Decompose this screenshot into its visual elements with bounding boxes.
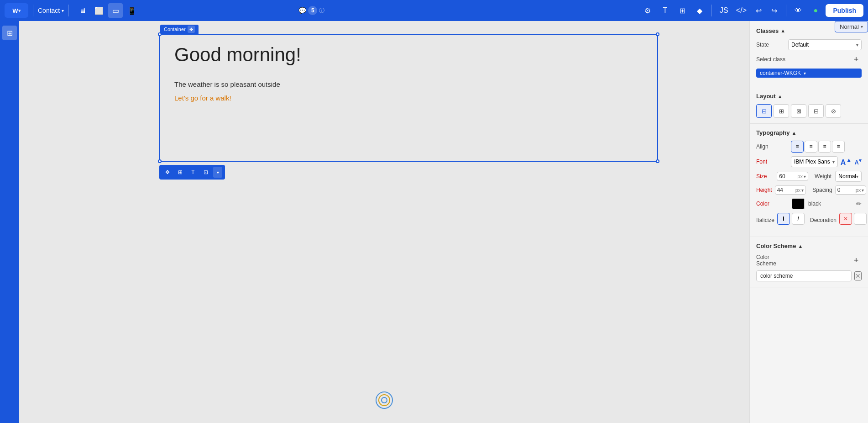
layout-flex-col-btn[interactable]: ⊟ xyxy=(808,104,824,118)
typography-header: Typography ▲ xyxy=(756,129,862,136)
class-tag[interactable]: container-WKGK ▾ xyxy=(756,69,862,78)
font-decrease-btn[interactable]: A▾ xyxy=(855,158,862,166)
font-select[interactable]: IBM Plex Sans ▾ xyxy=(791,156,838,167)
publish-button[interactable]: Publish xyxy=(826,4,863,17)
normal-label: Normal xyxy=(840,23,859,30)
typography-toggle[interactable]: ▲ xyxy=(791,130,796,136)
state-label: State xyxy=(756,42,788,48)
layout-grid-btn[interactable]: ⊠ xyxy=(791,104,806,118)
color-label: Color xyxy=(756,201,788,207)
deco-line-through-btn[interactable]: — xyxy=(854,213,867,225)
deco-none-btn[interactable]: ✕ xyxy=(839,213,852,225)
page-selector[interactable]: Contact ▾ xyxy=(38,7,64,14)
remove-color-scheme-button[interactable]: ✕ xyxy=(854,271,862,280)
js-label: JS xyxy=(720,6,728,15)
canvas-area[interactable]: Container ✥ Good morning! The weather is… xyxy=(19,21,749,423)
eyedropper-button[interactable]: ✏ xyxy=(856,200,862,207)
font-label: Font xyxy=(756,159,788,165)
handle-top-left[interactable] xyxy=(158,32,162,36)
decoration-buttons: ✕ — U̲ Ō xyxy=(839,213,868,225)
preview-icon[interactable]: 👁 xyxy=(791,3,805,18)
chat-badge[interactable]: 💬 5 ⓘ xyxy=(298,6,324,15)
italic-deco-row: Italicize I I Decoration ✕ — U̲ Ō xyxy=(756,213,862,227)
badge-info-icon: ⓘ xyxy=(319,7,324,15)
brand-logo[interactable]: W ▾ xyxy=(5,3,28,18)
class-tag-chevron: ▾ xyxy=(804,71,806,76)
color-picker-icon[interactable]: ◆ xyxy=(692,3,707,18)
element-more-btn[interactable]: ▾ xyxy=(213,167,222,178)
color-swatch[interactable] xyxy=(792,198,805,209)
color-scheme-value-row: color scheme ✕ xyxy=(756,270,862,281)
align-justify-btn[interactable]: ≡ xyxy=(832,141,845,153)
desktop-icon[interactable]: 🖥 xyxy=(75,3,90,18)
height-input[interactable] xyxy=(777,187,795,193)
handle-bottom-right[interactable] xyxy=(656,159,659,163)
spacing-input-group: px ▾ xyxy=(835,185,867,195)
color-scheme-section: Color Scheme ▲ Color Scheme + color sche… xyxy=(750,237,868,287)
element-component-btn[interactable]: ⊡ xyxy=(200,167,211,178)
font-size-controls: A▲ A▾ xyxy=(841,157,862,167)
layers-icon[interactable]: ⊞ xyxy=(2,26,17,40)
weight-value: Normal xyxy=(838,173,856,180)
align-center-btn[interactable]: ≡ xyxy=(805,141,817,153)
container-label-text: Container xyxy=(164,26,186,32)
font-value: IBM Plex Sans xyxy=(794,159,830,165)
settings-icon[interactable]: ⚙ xyxy=(640,3,655,18)
color-scheme-label: Color Scheme xyxy=(756,254,788,267)
weight-label: Weight xyxy=(815,173,832,180)
font-row: Font IBM Plex Sans ▾ A▲ A▾ xyxy=(756,156,862,167)
right-panel: Normal ▾ Classes ▲ › State Default ▾ xyxy=(749,21,868,423)
element-settings-btn[interactable]: ✥ xyxy=(162,167,173,178)
height-label: Height xyxy=(756,187,772,193)
content-link[interactable]: Let's go for a walk! xyxy=(174,94,231,102)
normal-badge: Normal ▾ xyxy=(835,21,868,32)
add-color-scheme-button[interactable]: + xyxy=(851,255,862,266)
layout-none-btn[interactable]: ⊘ xyxy=(826,104,841,118)
handle-top-right[interactable] xyxy=(656,32,659,36)
select-class-label: Select class xyxy=(756,56,788,63)
sync-icon[interactable]: ● xyxy=(808,3,823,18)
select-class-row: Select class + xyxy=(756,54,862,65)
italicize-on-btn[interactable]: I xyxy=(792,213,805,225)
decoration-label: Decoration xyxy=(810,217,837,223)
undo-redo-group: ↩ ↪ xyxy=(751,3,781,18)
color-row: Color black ✏ xyxy=(756,198,862,209)
weight-select[interactable]: Normal ▾ xyxy=(835,171,862,182)
divider-4 xyxy=(786,5,786,16)
add-class-button[interactable]: + xyxy=(851,54,862,65)
size-input-group: px ▾ xyxy=(777,172,808,181)
js-button[interactable]: JS xyxy=(716,3,731,18)
color-scheme-value: color scheme xyxy=(760,273,793,279)
italicize-off-btn[interactable]: I xyxy=(777,213,790,225)
state-select[interactable]: Default ▾ xyxy=(788,39,862,50)
font-increase-btn[interactable]: A▲ xyxy=(841,157,852,167)
badge-count: 5 xyxy=(308,6,317,15)
align-label: Align xyxy=(756,143,788,150)
align-right-btn[interactable]: ≡ xyxy=(818,141,831,153)
element-layout-btn[interactable]: ⊞ xyxy=(175,167,186,178)
layout-toggle[interactable]: ▲ xyxy=(778,94,783,99)
spacing-input[interactable] xyxy=(837,187,856,193)
size-input[interactable] xyxy=(779,173,797,180)
classes-toggle[interactable]: ▲ xyxy=(780,28,785,33)
tablet-icon[interactable]: ▭ xyxy=(108,3,123,18)
align-left-btn[interactable]: ≡ xyxy=(791,141,804,153)
color-scheme-toggle[interactable]: ▲ xyxy=(798,243,803,249)
add-element-icon[interactable]: ⊞ xyxy=(675,3,690,18)
right-tools: ⚙ T ⊞ ◆ JS </> ↩ ↪ 👁 ● Publish xyxy=(640,3,863,18)
redo-button[interactable]: ↪ xyxy=(767,3,781,18)
code-icon[interactable]: </> xyxy=(734,3,748,18)
tablet-landscape-icon[interactable]: ⬜ xyxy=(92,3,106,18)
mobile-icon[interactable]: 📱 xyxy=(125,3,139,18)
undo-button[interactable]: ↩ xyxy=(751,3,766,18)
color-scheme-input[interactable]: color scheme xyxy=(756,270,852,281)
content-title: Good morning! xyxy=(174,44,301,66)
layout-flex-row-btn[interactable]: ⊞ xyxy=(774,104,789,118)
layout-block-btn[interactable]: ⊟ xyxy=(756,104,772,118)
align-buttons: ≡ ≡ ≡ ≡ xyxy=(791,141,845,153)
text-tool-icon[interactable]: T xyxy=(658,3,672,18)
handle-bottom-left[interactable] xyxy=(158,159,162,163)
element-text-btn[interactable]: T xyxy=(188,167,199,178)
topbar: W ▾ Contact ▾ 🖥 ⬜ ▭ 📱 💬 5 ⓘ ⚙ T ⊞ ◆ JS <… xyxy=(0,0,868,21)
divider-3 xyxy=(711,5,712,16)
